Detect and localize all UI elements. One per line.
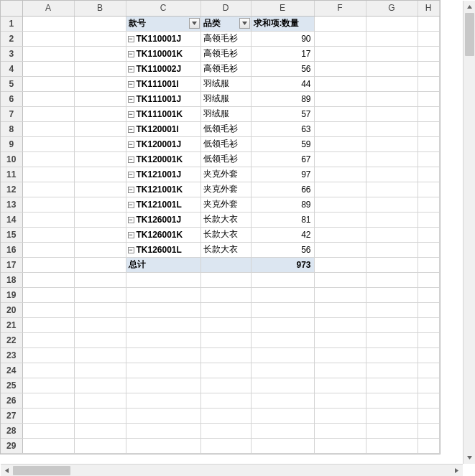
cell-G14[interactable] (366, 212, 418, 227)
collapse-icon[interactable]: − (128, 217, 134, 223)
collapse-icon[interactable]: − (128, 66, 134, 73)
cell-E29[interactable] (251, 438, 314, 453)
cell-A9[interactable] (22, 136, 74, 151)
cell-A21[interactable] (22, 317, 74, 332)
pivot-code-cell[interactable]: −TK126001L (126, 242, 200, 257)
cell-G13[interactable] (366, 197, 418, 212)
row-header-29[interactable]: 29 (1, 438, 22, 453)
cell-C27[interactable] (126, 408, 200, 423)
cell-G12[interactable] (366, 182, 418, 197)
filter-button-code[interactable] (189, 18, 200, 29)
cell-H3[interactable] (418, 46, 439, 61)
row-header-15[interactable]: 15 (1, 227, 22, 242)
cell-G5[interactable] (366, 76, 418, 91)
collapse-icon[interactable]: − (128, 126, 134, 133)
cell-G4[interactable] (366, 61, 418, 76)
row-header-16[interactable]: 16 (1, 242, 22, 257)
cell-H27[interactable] (418, 408, 439, 423)
pivot-code-cell[interactable]: −TK126001J (126, 212, 200, 227)
row-header-28[interactable]: 28 (1, 423, 22, 438)
row-header-21[interactable]: 21 (1, 317, 22, 332)
cell-A6[interactable] (22, 91, 74, 106)
cell-F4[interactable] (314, 61, 366, 76)
cell-A18[interactable] (22, 272, 74, 287)
cell-G22[interactable] (366, 332, 418, 347)
cell-G29[interactable] (366, 438, 418, 453)
cell-B23[interactable] (74, 347, 126, 363)
cell-E24[interactable] (251, 363, 314, 378)
collapse-icon[interactable]: − (128, 172, 134, 178)
collapse-icon[interactable]: − (128, 157, 134, 163)
row-header-13[interactable]: 13 (1, 197, 22, 212)
cell-A22[interactable] (22, 332, 74, 347)
cell-H25[interactable] (418, 378, 439, 393)
cell-C18[interactable] (126, 272, 200, 287)
cell-C29[interactable] (126, 438, 200, 453)
cell-E20[interactable] (251, 302, 314, 317)
cell-H28[interactable] (418, 423, 439, 438)
cell-E18[interactable] (251, 272, 314, 287)
cell-G7[interactable] (366, 106, 418, 121)
cell-E22[interactable] (251, 332, 314, 347)
cell-B29[interactable] (74, 438, 126, 453)
cell-A27[interactable] (22, 408, 74, 423)
horizontal-scrollbar[interactable] (1, 464, 463, 476)
cell-G11[interactable] (366, 167, 418, 182)
cell-C22[interactable] (126, 332, 200, 347)
cell-A5[interactable] (22, 76, 74, 91)
pivot-code-cell[interactable]: −TK121001J (126, 167, 200, 182)
pivot-value-cell[interactable]: 42 (251, 227, 314, 242)
cell-F15[interactable] (314, 227, 366, 242)
cell-F14[interactable] (314, 212, 366, 227)
cell-H15[interactable] (418, 227, 439, 242)
row-header-17[interactable]: 17 (1, 257, 22, 272)
cell-H13[interactable] (418, 197, 439, 212)
collapse-icon[interactable]: − (128, 96, 134, 103)
cell-A1[interactable] (22, 16, 74, 31)
cell-H22[interactable] (418, 332, 439, 347)
cell-C20[interactable] (126, 302, 200, 317)
pivot-total-label-cell[interactable]: 总计 (126, 257, 200, 272)
cell-A3[interactable] (22, 46, 74, 61)
cell-F24[interactable] (314, 363, 366, 378)
cell-G17[interactable] (366, 257, 418, 272)
pivot-category-cell[interactable]: 羽绒服 (200, 106, 251, 121)
pivot-value-cell[interactable]: 59 (251, 136, 314, 151)
pivot-value-cell[interactable]: 90 (251, 31, 314, 46)
cell-B28[interactable] (74, 423, 126, 438)
cell-G25[interactable] (366, 378, 418, 393)
pivot-header-category[interactable]: 品类 (200, 16, 251, 31)
cell-F29[interactable] (314, 438, 366, 453)
cell-H12[interactable] (418, 182, 439, 197)
cell-F18[interactable] (314, 272, 366, 287)
pivot-code-cell[interactable]: −TK121001L (126, 197, 200, 212)
cell-H23[interactable] (418, 347, 439, 363)
cell-H10[interactable] (418, 151, 439, 167)
cell-B2[interactable] (74, 31, 126, 46)
cell-H21[interactable] (418, 317, 439, 332)
cell-A7[interactable] (22, 106, 74, 121)
column-header-B[interactable]: B (74, 1, 126, 16)
pivot-code-cell[interactable]: −TK110001K (126, 46, 200, 61)
cell-G3[interactable] (366, 46, 418, 61)
vertical-scroll-thumb[interactable] (465, 13, 474, 56)
cell-H17[interactable] (418, 257, 439, 272)
cell-A24[interactable] (22, 363, 74, 378)
cell-F8[interactable] (314, 121, 366, 136)
select-all-corner[interactable] (1, 1, 22, 16)
cell-B7[interactable] (74, 106, 126, 121)
cell-G26[interactable] (366, 393, 418, 408)
cell-F27[interactable] (314, 408, 366, 423)
column-header-F[interactable]: F (314, 1, 366, 16)
cell-C24[interactable] (126, 363, 200, 378)
pivot-category-cell[interactable]: 夹克外套 (200, 167, 251, 182)
cell-F9[interactable] (314, 136, 366, 151)
cell-D25[interactable] (200, 378, 251, 393)
row-header-2[interactable]: 2 (1, 31, 22, 46)
cell-E19[interactable] (251, 287, 314, 302)
cell-G18[interactable] (366, 272, 418, 287)
cell-F5[interactable] (314, 76, 366, 91)
cell-G9[interactable] (366, 136, 418, 151)
cell-G24[interactable] (366, 363, 418, 378)
pivot-value-cell[interactable]: 63 (251, 121, 314, 136)
